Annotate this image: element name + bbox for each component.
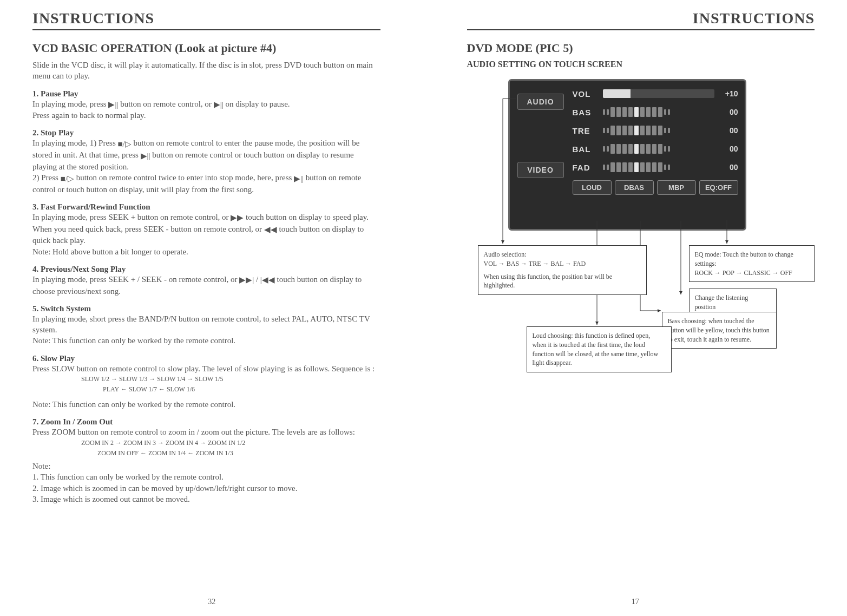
callout-loud: Loud choosing: this function is defined … xyxy=(527,326,672,372)
fad-value: 00 xyxy=(714,163,738,172)
video-button[interactable]: VIDEO xyxy=(517,162,564,178)
listen-text: Change the listening position xyxy=(695,293,771,312)
s2-title: 2. Stop Play xyxy=(32,128,380,137)
bas-label: BAS xyxy=(573,108,603,117)
left-title: VCD BASIC OPERATION (Look at picture #4) xyxy=(32,41,380,55)
page-number-right: 17 xyxy=(632,598,639,606)
stop-play-icon: ■/▷ xyxy=(61,173,74,184)
vol-row: VOL +10 xyxy=(573,86,738,101)
bal-value: 00 xyxy=(714,145,738,153)
s7-line1: Press ZOOM button on remote control to z… xyxy=(32,427,380,437)
s6-note: Note: This function can only be worked b… xyxy=(32,399,380,410)
s4-line1: In playing mode, press SEEK + / SEEK - o… xyxy=(32,274,380,297)
s2-line2: 2) Press ■/▷ button on remote control tw… xyxy=(32,172,380,195)
s5-title: 5. Switch System xyxy=(32,304,380,313)
screen-diagram: AUDIO VIDEO VOL +10 BAS 00 xyxy=(472,75,776,367)
s3-l1b: touch button on display to speed play. xyxy=(246,213,369,221)
s7-seq-top: ZOOM IN 2 → ZOOM IN 3 → ZOOM IN 4 → ZOOM… xyxy=(32,438,380,448)
bass-text: Bass choosing: when touched the button w… xyxy=(668,317,771,344)
vol-value: +10 xyxy=(714,89,738,98)
s7-title: 7. Zoom In / Zoom Out xyxy=(32,417,380,427)
page-number-left: 32 xyxy=(208,598,215,606)
next-track-icon: ▶▶| xyxy=(239,274,254,285)
s7-note2: 2. Image which is zoomed in can be moved… xyxy=(32,483,380,494)
mbp-button[interactable]: MBP xyxy=(657,180,696,195)
eq-l2: ROCK → POP → CLASSIC → OFF xyxy=(695,268,809,278)
prev-track-icon: |◀◀ xyxy=(260,274,275,285)
s6-title: 6. Slow Play xyxy=(32,354,380,363)
bas-value: 00 xyxy=(714,108,738,116)
audio-sel-l3: When using this function, the position b… xyxy=(484,272,641,291)
s3-l2a: When you need quick back, press SEEK - b… xyxy=(32,225,264,233)
s1-line2: Press again to back to normal play. xyxy=(32,110,380,121)
bas-slider[interactable] xyxy=(603,107,714,117)
s7-note1: 1. This function can only be worked by t… xyxy=(32,471,380,482)
header-rule-left xyxy=(32,29,380,30)
page-header-right: INSTRUCTIONS xyxy=(467,10,815,27)
vol-slider[interactable] xyxy=(603,89,714,98)
s2-line1: In playing mode, 1) Press ■/▷ button on … xyxy=(32,137,380,172)
bottom-buttons: LOUD DBAS MBP EQ:OFF xyxy=(573,180,738,195)
rewind-icon: ◀◀ xyxy=(264,224,277,235)
audio-sel-l1: Audio selection: xyxy=(484,250,641,259)
s7-note3: 3. Image which is zoomed out cannot be m… xyxy=(32,494,380,504)
s1-l1c: on display to pause. xyxy=(225,100,290,108)
tre-slider[interactable] xyxy=(603,126,714,135)
audio-button[interactable]: AUDIO xyxy=(517,94,564,110)
s7-seq-bot: ZOOM IN OFF ← ZOOM IN 1/4 ← ZOOM IN 1/3 xyxy=(32,448,380,458)
s2-l2a: 2) Press xyxy=(32,173,61,182)
s1-title: 1. Pause Play xyxy=(32,89,380,99)
audio-bars: VOL +10 BAS 00 TRE xyxy=(573,86,738,175)
s1-line1: In playing mode, press ▶|| button on rem… xyxy=(32,99,380,110)
s1-l1b: button on remote control, or xyxy=(120,100,213,108)
bal-slider[interactable] xyxy=(603,144,714,154)
s2-l2b: button on remote control twice to enter … xyxy=(76,173,294,182)
callout-eq-mode: EQ mode: Touch the button to change sett… xyxy=(689,245,815,282)
s7-note-label: Note: xyxy=(32,461,380,471)
play-pause-icon: ▶|| xyxy=(294,173,304,184)
s6-line1: Press SLOW button on remote control to s… xyxy=(32,363,380,374)
callout-audio-selection: Audio selection: VOL → BAS → TRE → BAL →… xyxy=(478,245,647,295)
fast-forward-icon: ▶▶ xyxy=(231,212,244,223)
play-pause-icon: ▶|| xyxy=(214,99,224,110)
header-rule-right xyxy=(467,29,815,30)
callout-bass: Bass choosing: when touched the button w… xyxy=(662,312,777,349)
eq-button[interactable]: EQ:OFF xyxy=(699,180,738,195)
audio-sel-l2: VOL → BAS → TRE → BAL → FAD xyxy=(484,259,641,268)
page-right: INSTRUCTIONS DVD MODE (PIC 5) AUDIO SETT… xyxy=(424,0,848,616)
page-header-left: INSTRUCTIONS xyxy=(32,10,380,27)
s3-l1a: In playing mode, press SEEK + button on … xyxy=(32,213,231,221)
play-pause-icon: ▶|| xyxy=(141,150,150,161)
fad-row: FAD 00 xyxy=(573,160,738,175)
tre-label: TRE xyxy=(573,126,603,135)
right-subtitle: AUDIO SETTING ON TOUCH SCREEN xyxy=(467,60,815,69)
s2-l1a: In playing mode, 1) Press xyxy=(32,139,117,147)
s6-seq-bot: PLAY ← SLOW 1/7 ← SLOW 1/6 xyxy=(32,384,380,395)
s3-note: Note: Hold above button a bit longer to … xyxy=(32,246,380,257)
stop-play-icon: ■/▷ xyxy=(117,139,131,149)
s3-title: 3. Fast Forward/Rewind Function xyxy=(32,202,380,212)
s5-note: Note: This function can only be worked b… xyxy=(32,335,380,346)
touch-screen: AUDIO VIDEO VOL +10 BAS 00 xyxy=(508,79,746,231)
slash: / xyxy=(256,275,260,284)
page-left: INSTRUCTIONS VCD BASIC OPERATION (Look a… xyxy=(0,0,424,616)
left-intro: Slide in the VCD disc, it will play it a… xyxy=(32,60,380,82)
dbas-button[interactable]: DBAS xyxy=(615,180,654,195)
bal-label: BAL xyxy=(573,145,603,154)
s3-line2: When you need quick back, press SEEK - b… xyxy=(32,224,380,246)
s1-l1a: In playing mode, press xyxy=(32,100,108,108)
bal-row: BAL 00 xyxy=(573,141,738,156)
tre-row: TRE 00 xyxy=(573,123,738,138)
s6-seq-top: SLOW 1/2 → SLOW 1/3 → SLOW 1/4 → SLOW 1/… xyxy=(32,374,380,384)
loud-text: Loud choosing: this function is defined … xyxy=(533,331,666,368)
side-buttons: AUDIO VIDEO xyxy=(517,94,564,230)
vol-label: VOL xyxy=(573,89,603,99)
s4-l1a: In playing mode, press SEEK + / SEEK - o… xyxy=(32,275,239,284)
s4-title: 4. Previous/Next Song Play xyxy=(32,265,380,274)
s5-line1: In playing mode, short press the BAND/P/… xyxy=(32,313,380,336)
play-pause-icon: ▶|| xyxy=(108,99,118,110)
loud-button[interactable]: LOUD xyxy=(573,180,612,195)
fad-slider[interactable] xyxy=(603,162,714,172)
s3-line1: In playing mode, press SEEK + button on … xyxy=(32,212,380,224)
bas-row: BAS 00 xyxy=(573,104,738,120)
